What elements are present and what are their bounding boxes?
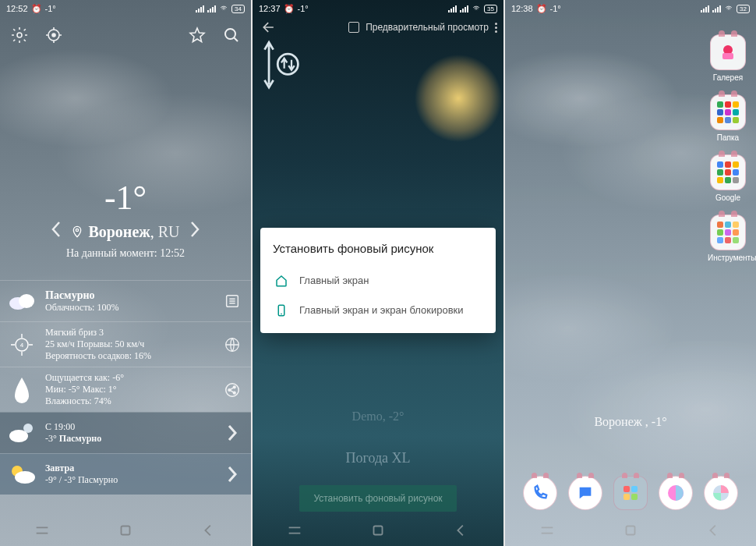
- svg-point-18: [15, 471, 35, 484]
- app-folder[interactable]: Папка: [708, 94, 748, 142]
- wind-row[interactable]: 4 Мягкий бриз 3 25 км/ч Порывы: 50 км/ч …: [0, 321, 251, 367]
- chevron-left-icon: [51, 221, 62, 238]
- dock-messages[interactable]: [568, 476, 602, 510]
- system-nav-bar: [505, 515, 756, 546]
- wallpaper-preview-bottom: Demo, -2° Погода XL Установить фоновый р…: [253, 410, 503, 512]
- scroll-arrows-icon: [259, 28, 302, 106]
- globe-icon: [224, 336, 241, 353]
- option-label: Главный экран и экран блокировки: [299, 304, 464, 317]
- signal-icon: [448, 5, 457, 12]
- wind-line3: Вероятность осадков: 16%: [45, 350, 215, 362]
- gallery-icon: [718, 42, 738, 62]
- folder-icon: [717, 101, 739, 123]
- next-location-button[interactable]: [185, 221, 205, 243]
- signal-icon-2: [712, 5, 721, 12]
- humidity-icon: [5, 374, 39, 406]
- system-nav-bar: [253, 515, 503, 546]
- option-home-screen[interactable]: Главный экран: [273, 266, 483, 296]
- wind-direction-icon: 4: [5, 329, 39, 360]
- app-google-folder[interactable]: Google: [708, 154, 748, 202]
- map-button[interactable]: [221, 334, 243, 356]
- screenshot-weather-app: 12:52 ⏰ -1° 34 -1°: [0, 0, 251, 546]
- svg-point-3: [225, 29, 235, 39]
- app-label: Инструменты: [708, 254, 748, 262]
- weather-widget[interactable]: Воронеж , -1°: [505, 415, 756, 429]
- condition-title: Пасмурно: [45, 289, 215, 303]
- app-gallery[interactable]: Галерея: [708, 34, 748, 82]
- hourly-desc: -3° Пасмурно: [45, 433, 215, 445]
- demo-widget-text: Demo, -2°: [253, 410, 503, 424]
- signal-icon-2: [460, 5, 468, 12]
- share-icon: [224, 381, 241, 399]
- folder-icon: [717, 222, 739, 243]
- nav-home-button[interactable]: [117, 522, 134, 539]
- chevron-right-icon: [189, 221, 200, 238]
- home-apps-column: Галерея Папка Google Инструме: [708, 34, 748, 262]
- nav-back-button[interactable]: [200, 522, 217, 539]
- hourly-time: С 19:00: [45, 421, 215, 433]
- tomorrow-forecast-row[interactable]: Завтра -9° / -3° Пасмурно: [0, 453, 251, 495]
- arrow-left-icon: [261, 20, 277, 35]
- search-button[interactable]: [221, 25, 242, 45]
- status-bar: 12:37 ⏰ -1° 35: [253, 0, 503, 17]
- browser-icon: [712, 484, 730, 502]
- nav-recent-button[interactable]: [539, 522, 556, 539]
- wifi-icon: [724, 5, 733, 12]
- svg-point-4: [76, 229, 79, 231]
- location-pin-icon: [71, 225, 83, 238]
- app-label: Google: [708, 193, 748, 202]
- app-tools-folder[interactable]: Инструменты: [708, 214, 748, 262]
- status-time: 12:52: [6, 4, 28, 13]
- set-wallpaper-dialog: Установить фоновый рисунок Главный экран…: [260, 228, 496, 333]
- svg-text:4: 4: [20, 342, 24, 349]
- prev-location-button[interactable]: [46, 221, 66, 243]
- details-button[interactable]: [221, 290, 243, 312]
- condition-sub: Облачность: 100%: [45, 302, 215, 314]
- hourly-forecast-row[interactable]: С 19:00 -3° Пасмурно: [0, 412, 251, 453]
- dock-phone[interactable]: [523, 476, 557, 510]
- screenshot-home-screen: 12:38 ⏰ -1° 32 Галерея Папка: [505, 0, 756, 546]
- battery-icon: 32: [737, 5, 750, 13]
- chevron-right-icon: [221, 463, 243, 485]
- favorite-button[interactable]: [187, 25, 207, 45]
- dialog-title: Установить фоновый рисунок: [273, 242, 483, 255]
- folder-icon: [624, 486, 638, 500]
- app-label: Папка: [708, 133, 748, 142]
- set-wallpaper-button[interactable]: Установить фоновый рисунок: [299, 485, 456, 512]
- nav-home-button[interactable]: [369, 522, 387, 539]
- overflow-menu-button[interactable]: [495, 23, 497, 33]
- svg-point-16: [9, 430, 28, 442]
- settings-button[interactable]: [9, 25, 30, 45]
- signal-icon: [701, 5, 709, 12]
- weather-summary: -1° Воронеж, RU На данный момент: 12:52: [0, 178, 251, 260]
- dock-browser[interactable]: [659, 476, 693, 510]
- nav-recent-button[interactable]: [286, 522, 303, 539]
- location-name[interactable]: Воронеж, RU: [88, 223, 179, 241]
- feels-line1: Ощущается как: -6°: [45, 372, 215, 384]
- cloud-night-icon: [5, 417, 39, 448]
- alarm-icon: ⏰: [284, 4, 295, 14]
- wallpaper-header-bar: Предварительный просмотр: [253, 19, 503, 36]
- feels-line3: Влажность: 74%: [45, 395, 215, 407]
- nav-back-button[interactable]: [453, 522, 470, 539]
- condition-row[interactable]: Пасмурно Облачность: 100%: [0, 280, 251, 321]
- locate-button[interactable]: [44, 25, 64, 45]
- back-button[interactable]: [259, 17, 279, 37]
- feels-line2: Мин: -5° Макс: 1°: [45, 384, 215, 395]
- option-home-and-lock[interactable]: Главный экран и экран блокировки: [273, 296, 483, 325]
- folder-icon: [717, 161, 739, 183]
- as-of-label: На данный момент: 12:52: [0, 247, 251, 260]
- feels-like-row[interactable]: Ощущается как: -6° Мин: -5° Макс: 1° Вла…: [0, 367, 251, 412]
- list-icon: [224, 292, 241, 310]
- share-button[interactable]: [221, 379, 243, 401]
- nav-home-button[interactable]: [622, 522, 639, 539]
- dock-folder[interactable]: [613, 476, 648, 510]
- status-bar: 12:52 ⏰ -1° 34: [0, 0, 251, 17]
- nav-back-button[interactable]: [705, 522, 722, 539]
- app-name-label: Погода XL: [253, 450, 503, 466]
- alarm-icon: ⏰: [31, 4, 42, 14]
- preview-checkbox[interactable]: [348, 22, 359, 33]
- svg-point-2: [52, 34, 55, 37]
- dock-browser-2[interactable]: [704, 476, 738, 510]
- nav-recent-button[interactable]: [34, 522, 51, 539]
